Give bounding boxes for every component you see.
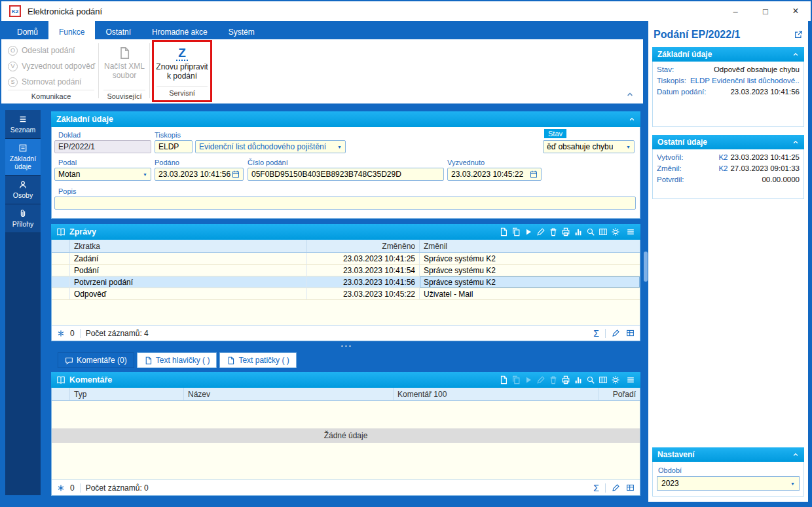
chart-icon[interactable] — [574, 375, 583, 385]
vyzvednout-odpoved-button[interactable]: V Vyzvednout odpověď — [5, 58, 97, 74]
dropdown-icon[interactable]: ▼ — [140, 172, 147, 177]
horizontal-splitter[interactable] — [51, 342, 640, 350]
search-icon[interactable] — [586, 227, 595, 236]
record-count-text: Počet záznamů: 4 — [86, 329, 149, 338]
ribbon-tab-funkce[interactable]: Funkce — [48, 21, 95, 39]
column-typ[interactable]: Typ — [70, 388, 184, 400]
settings-gear-icon[interactable] — [611, 375, 620, 385]
table-settings-icon[interactable] — [626, 483, 635, 492]
table-row[interactable]: Podání 23.03.2023 10:41:54 Správce systé… — [52, 265, 640, 276]
calendar-icon[interactable] — [530, 170, 538, 178]
obdobi-select[interactable]: 2023 ▼ — [657, 476, 800, 491]
nacist-xml-button[interactable]: Načíst XML soubor — [101, 39, 148, 80]
columns-icon[interactable] — [599, 375, 608, 385]
stav-field[interactable]: ěď obsahuje chybu ▼ — [543, 140, 635, 153]
podano-label: Podáno — [155, 159, 179, 166]
settings-gear-icon[interactable] — [611, 227, 620, 236]
tiskopis-name-field[interactable]: Evidenční list důchodového pojištění ▼ — [195, 140, 346, 153]
right-section-header: Nastavení — [652, 447, 804, 462]
close-button[interactable]: × — [781, 1, 811, 21]
minimize-button[interactable]: – — [720, 1, 750, 21]
komentare-title: Komentáře — [69, 375, 112, 385]
section-zpravy: Zprávy — [51, 224, 640, 341]
tab-komentare[interactable]: Komentáře (0) — [58, 352, 134, 368]
print-icon[interactable] — [561, 375, 570, 385]
sum-icon[interactable]: Σ — [593, 483, 599, 493]
ribbon-tab-domu[interactable]: Domů — [7, 21, 48, 39]
search-icon[interactable] — [586, 375, 595, 385]
column-zmeneno[interactable]: Změněno — [307, 240, 420, 252]
menu-icon[interactable] — [626, 375, 635, 385]
related-records-icon[interactable] — [57, 484, 65, 492]
new-record-icon[interactable] — [499, 375, 508, 385]
tab-text-paticky[interactable]: Text patičky ( ) — [219, 352, 296, 368]
podano-field[interactable]: 23.03.2023 10:41:56 — [155, 168, 244, 181]
znovu-pripravit-line2: k podání — [167, 71, 197, 81]
sidebar-item-osoby[interactable]: Osoby — [5, 176, 41, 204]
dropdown-icon[interactable]: ▼ — [623, 145, 631, 149]
sidebar-item-prilohy[interactable]: Přílohy — [5, 204, 41, 233]
znovu-pripravit-button[interactable]: Z Znovu připravit k podání — [154, 42, 210, 81]
collapse-chevron-icon[interactable] — [792, 451, 799, 458]
table-row[interactable]: Zadání 23.03.2023 10:41:25 Správce systé… — [52, 253, 640, 265]
edit-icon[interactable] — [612, 483, 620, 492]
edit-icon — [536, 375, 545, 385]
table-row-selected[interactable]: Potvrzeni podání 23.03.2023 10:41:56 Spr… — [52, 276, 640, 288]
run-icon — [524, 375, 533, 385]
column-poradi[interactable]: Pořadí — [599, 388, 640, 400]
columns-icon[interactable] — [599, 227, 608, 236]
collapse-chevron-icon[interactable] — [629, 116, 635, 122]
section-title: Základní údaje — [56, 115, 113, 124]
zpravy-toolbar — [499, 227, 635, 236]
tiskopis-code-field[interactable]: ELDP — [155, 140, 193, 153]
odeslat-icon: O — [8, 46, 18, 56]
column-zmenil[interactable]: Změnil — [420, 240, 640, 252]
menu-icon[interactable] — [626, 227, 635, 236]
collapse-chevron-icon[interactable] — [792, 51, 799, 58]
vyzvednuto-field[interactable]: 23.03.2023 10:45:22 — [447, 168, 542, 181]
odeslat-podani-button[interactable]: O Odeslat podání — [5, 43, 97, 58]
edit-icon[interactable] — [536, 227, 545, 236]
stornovat-podani-button[interactable]: S Stornovat podání — [5, 74, 97, 90]
ribbon-collapse-chevron-icon[interactable] — [626, 90, 634, 98]
related-count: 0 — [70, 329, 75, 338]
ribbon-tab-ostatni[interactable]: Ostatní — [95, 21, 141, 39]
new-record-icon[interactable] — [499, 227, 508, 236]
doklad-field[interactable]: EP/2022/1 — [54, 140, 151, 153]
chart-icon[interactable] — [574, 227, 583, 236]
copy-icon — [511, 375, 521, 385]
right-section-header: Základní údaje — [652, 47, 804, 62]
content-column: Základní údaje Doklad EP/2022/1 Tiskopis… — [51, 111, 640, 502]
splitter-handle[interactable] — [644, 252, 648, 282]
maximize-button[interactable]: □ — [750, 1, 781, 21]
copy-icon[interactable] — [511, 227, 521, 236]
podal-field[interactable]: Motan ▼ — [54, 168, 151, 181]
column-zkratka[interactable]: Zkratka — [70, 240, 307, 252]
print-icon[interactable] — [561, 227, 570, 236]
delete-icon[interactable] — [549, 227, 558, 236]
dropdown-icon[interactable]: ▼ — [335, 145, 342, 149]
sidebar-item-seznam[interactable]: Seznam — [5, 110, 41, 139]
column-nazev[interactable]: Název — [184, 388, 394, 400]
obdobi-label: Období — [658, 466, 800, 474]
related-records-icon[interactable] — [57, 329, 65, 337]
right-panel: Podání EP/2022/1 Základní údaje Stav: Od… — [648, 21, 808, 502]
sidebar-label: Osoby — [13, 191, 33, 199]
ribbon-tab-system[interactable]: Systém — [218, 21, 265, 39]
vertical-splitter[interactable] — [643, 21, 648, 502]
table-row[interactable]: Odpověď 23.03.2023 10:45:22 Uživatel - M… — [52, 288, 640, 300]
collapse-chevron-icon[interactable] — [792, 139, 799, 145]
cislo-podani-field[interactable]: 05F0BD95150B403EB8923B748C35D29D — [248, 168, 444, 181]
run-icon[interactable] — [524, 227, 533, 236]
popis-field[interactable] — [54, 197, 636, 210]
ribbon-tab-hromadne-akce[interactable]: Hromadné akce — [141, 21, 218, 39]
column-komentar[interactable]: Komentář 100 — [394, 388, 599, 400]
sidebar-item-zakladni-udaje[interactable]: Základní údaje — [5, 139, 41, 176]
dropdown-icon[interactable]: ▼ — [788, 481, 795, 486]
sum-icon[interactable]: Σ — [593, 328, 599, 339]
calendar-icon[interactable] — [232, 170, 240, 178]
tab-text-hlavicky[interactable]: Text hlavičky ( ) — [137, 352, 217, 368]
table-settings-icon[interactable] — [626, 329, 635, 337]
open-in-window-icon[interactable] — [794, 30, 803, 39]
edit-icon[interactable] — [612, 329, 620, 337]
